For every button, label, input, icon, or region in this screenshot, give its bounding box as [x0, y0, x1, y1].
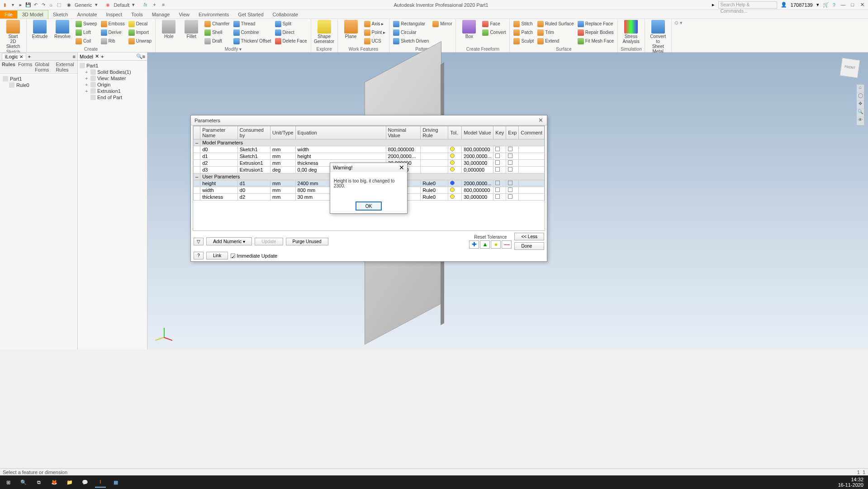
link-button[interactable]: Link — [206, 252, 228, 259]
tab-file[interactable]: File — [0, 10, 17, 19]
tab-get-started[interactable]: Get Started — [233, 10, 268, 19]
mirror-button[interactable]: Mirror — [432, 20, 453, 28]
col-comment[interactable]: Comment — [519, 126, 545, 139]
material-dropdown[interactable]: ◉ Generic ▾ — [62, 2, 101, 8]
unwrap-button[interactable]: Unwrap — [128, 37, 152, 45]
nav-home-icon[interactable]: ⌂ — [857, 85, 864, 93]
minimize-button[interactable]: — — [839, 2, 847, 7]
redo-icon[interactable]: ↷ — [40, 2, 47, 8]
col-eq[interactable]: Equation — [295, 126, 386, 139]
axis-button[interactable]: Axis ▸ — [363, 20, 387, 28]
user-icon[interactable]: 👤 — [781, 2, 787, 8]
arrow-icon[interactable]: ▸ — [712, 2, 715, 8]
clock[interactable]: 14:32 16-11-2020 — [838, 477, 865, 488]
expand-icon[interactable]: + — [85, 76, 89, 81]
chevron-down-icon[interactable]: ▾ — [816, 2, 819, 8]
add-numeric-button[interactable]: Add Numeric ▾ — [206, 237, 252, 245]
open-icon[interactable]: ▸ — [17, 2, 24, 8]
nav-look-icon[interactable]: 👁 — [857, 117, 864, 125]
draft-button[interactable]: Draft — [204, 37, 230, 45]
chamfer-button[interactable]: Chamfer — [204, 20, 230, 28]
coil-button[interactable]: Coil — [75, 37, 98, 45]
close-button[interactable]: ✕ — [858, 2, 866, 8]
purge-button[interactable]: Purge Unused — [286, 238, 328, 245]
search-input[interactable]: Search Help & Commands... — [718, 1, 777, 9]
node-extrusion[interactable]: +Extrusion1 — [85, 88, 145, 94]
plane-button[interactable]: Plane — [341, 20, 361, 39]
cart-icon[interactable]: 🛒 — [823, 2, 829, 8]
user-label[interactable]: 17087139 — [791, 2, 813, 8]
col-mv[interactable]: Model Value — [462, 126, 493, 139]
tab-inspect[interactable]: Inspect — [102, 10, 127, 19]
nav-zoom-icon[interactable]: 🔍 — [857, 109, 864, 117]
col-by[interactable]: Consumed by — [237, 126, 270, 139]
delete-face-button[interactable]: Delete Face — [274, 37, 308, 45]
select-icon[interactable]: ⬚ — [56, 2, 62, 8]
shape-gen-button[interactable]: ShapeGenerator — [314, 20, 335, 44]
tree-rule[interactable]: Rule0 — [9, 82, 75, 88]
add-tab-button[interactable]: + — [28, 54, 31, 59]
app-icon[interactable]: ▦ — [110, 477, 121, 488]
warning-ok-button[interactable]: OK — [356, 201, 382, 211]
tab-3d-model[interactable]: 3D Model — [17, 10, 48, 19]
start-button[interactable]: ⊞ — [3, 477, 14, 488]
split-button[interactable]: Split — [274, 20, 308, 28]
patch-button[interactable]: Patch — [512, 29, 535, 36]
node-end-of-part[interactable]: End of Part — [85, 94, 145, 101]
ruled-button[interactable]: Ruled Surface — [536, 20, 574, 28]
dialog-close-button[interactable]: ✕ — [538, 117, 543, 124]
tab-view[interactable]: View — [174, 10, 194, 19]
qat-more-icon[interactable]: ≡ — [160, 2, 166, 8]
firefox-icon[interactable]: 🦊 — [49, 477, 60, 488]
trim-button[interactable]: Trim — [536, 29, 574, 36]
col-name[interactable]: Parameter Name — [200, 126, 238, 139]
face-button[interactable]: Face — [481, 20, 507, 28]
discord-icon[interactable]: 💬 — [80, 477, 90, 488]
panel-menu-icon[interactable]: ≡ — [73, 54, 76, 59]
subtab-forms[interactable]: Forms — [18, 62, 32, 72]
col-key[interactable]: Key — [493, 126, 506, 139]
param-row[interactable]: d1Sketch1mmheight 2000,0000... 2000,0000… — [194, 153, 545, 160]
dialog-title-bar[interactable]: Parameters ✕ — [191, 115, 547, 125]
appearance-dropdown[interactable]: ◉ Default ▾ — [101, 2, 139, 8]
revolve-button[interactable]: Revolve — [52, 20, 73, 39]
tree-part[interactable]: Part1 — [3, 76, 75, 82]
help-button[interactable]: ? — [194, 252, 204, 259]
expand-icon[interactable]: + — [85, 82, 89, 87]
add-tab-icon[interactable]: + — [101, 54, 104, 59]
stress-button[interactable]: StressAnalysis — [621, 20, 641, 44]
subtab-global[interactable]: Global Forms — [35, 62, 53, 72]
box-button[interactable]: Box — [459, 20, 479, 39]
extend-button[interactable]: Extend — [536, 37, 574, 45]
filter-button[interactable]: ▽ — [194, 238, 204, 245]
replace-face-button[interactable]: Replace Face — [577, 20, 615, 28]
point-button[interactable]: Point ▸ — [363, 29, 387, 36]
tab-collaborate[interactable]: Collaborate — [268, 10, 303, 19]
warning-close-button[interactable]: ✕ — [399, 164, 404, 171]
done-button[interactable]: Done — [514, 242, 544, 250]
stitch-button[interactable]: Stitch — [512, 20, 535, 28]
subtab-external[interactable]: External Rules — [56, 62, 76, 72]
fit-mesh-button[interactable]: Fit Mesh Face — [577, 37, 615, 45]
col-drv[interactable]: Driving Rule — [421, 126, 448, 139]
ucs-button[interactable]: UCS — [363, 37, 387, 45]
nav-pan-icon[interactable]: ✥ — [857, 101, 864, 109]
combine-button[interactable]: Combine — [232, 29, 272, 36]
col-unit[interactable]: Unit/Type — [270, 126, 295, 139]
decal-button[interactable]: Decal — [128, 20, 152, 28]
rectangular-button[interactable]: Rectangular — [392, 20, 430, 28]
inventor-icon[interactable]: I — [95, 477, 106, 488]
node-view[interactable]: +View: Master — [85, 75, 145, 82]
panel-menu-icon[interactable]: ≡ — [142, 54, 145, 59]
immediate-update-check[interactable]: ✓Immediate Update — [231, 253, 277, 259]
loft-button[interactable]: Loft — [75, 29, 98, 36]
sweep-button[interactable]: Sweep — [75, 20, 98, 28]
thicken-button[interactable]: Thicken/ Offset — [232, 37, 272, 45]
tol-plus-button[interactable]: ✚ — [469, 240, 479, 249]
col-exp[interactable]: Exp — [506, 126, 519, 139]
start-sketch-button[interactable]: Start 2D Sketch — [3, 20, 24, 49]
param-row[interactable]: d0Sketch1mmwidth 800,000000 800,000000 — [194, 146, 545, 153]
subtab-rules[interactable]: Rules — [2, 62, 15, 72]
group-row[interactable]: –Model Parameters — [194, 139, 545, 146]
emboss-button[interactable]: Emboss — [100, 20, 126, 28]
